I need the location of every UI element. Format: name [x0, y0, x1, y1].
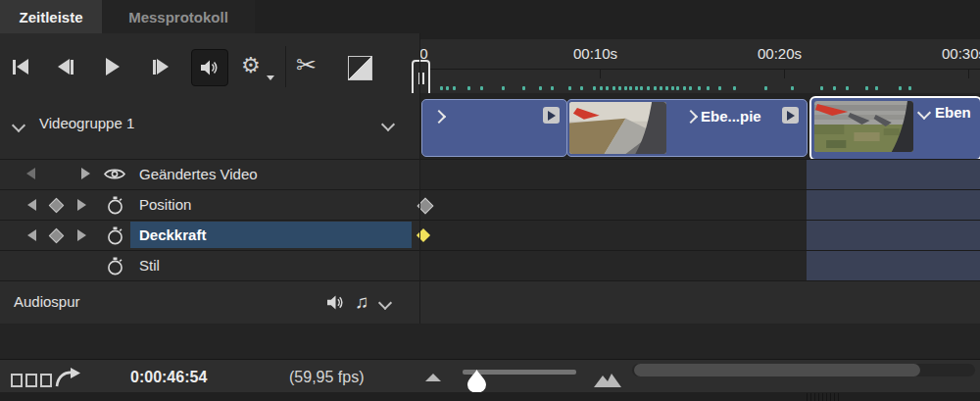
stopwatch-icon[interactable]: [107, 226, 123, 245]
edited-frame-tick: [635, 86, 638, 90]
music-note-icon[interactable]: ♫: [355, 292, 368, 311]
tab-zeitleiste-label: Zeitleiste: [19, 9, 82, 25]
go-to-first-frame-button[interactable]: [13, 59, 28, 75]
stopwatch-icon[interactable]: [107, 257, 123, 276]
split-at-playhead-button[interactable]: ✂: [296, 53, 317, 77]
edited-frame-tick: [568, 86, 571, 90]
current-timecode: 0:00:46:54: [130, 369, 207, 386]
timeline-panel: Zeitleiste Messprotokoll ⚙ ✂ 00 00:10s 0…: [0, 0, 980, 401]
toolbar-divider: [285, 46, 286, 87]
next-frame-button[interactable]: [153, 59, 169, 75]
next-keyframe-arrow[interactable]: [77, 199, 86, 211]
horizontal-scrollbar[interactable]: [632, 364, 975, 376]
clip2-label: Ebe...pie: [701, 108, 761, 125]
video-clip-2[interactable]: Ebe...pie: [566, 99, 808, 157]
edited-frame-tick: [640, 86, 643, 90]
next-keyframe-arrow[interactable]: [77, 229, 86, 241]
clip3-collapse-chevron-icon[interactable]: [917, 106, 931, 120]
prev-keyframe-arrow[interactable]: [27, 229, 36, 241]
timeline-settings-button[interactable]: ⚙: [241, 55, 261, 76]
edited-frame-tick: [875, 86, 878, 90]
panel-divider: [419, 33, 420, 324]
resize-grip[interactable]: [807, 393, 840, 401]
edited-frame-tick: [440, 86, 443, 90]
playhead-handle[interactable]: [412, 60, 430, 97]
edited-frame-tick: [480, 86, 483, 90]
track-label-position: Position: [139, 196, 191, 213]
audio-track-label: Audiospur: [14, 293, 80, 310]
edited-frame-tick: [689, 86, 692, 90]
clip2-expand-chevron-icon[interactable]: [684, 110, 698, 124]
edited-frame-tick: [629, 86, 632, 90]
go-to-first-frame-icon: [13, 60, 16, 75]
ruler-major-tick: [784, 69, 785, 78]
clip1-expand-chevron-icon[interactable]: [432, 110, 446, 124]
edited-frame-tick: [908, 86, 911, 90]
ruler-top-spacer: [419, 0, 980, 39]
play-button[interactable]: [106, 58, 120, 75]
edited-frame-tick: [446, 86, 449, 90]
previous-frame-icon: [71, 60, 74, 75]
row-divider: [0, 220, 980, 221]
ruler-label-10: 00:10s: [573, 45, 617, 62]
group-collapse-chevron-icon[interactable]: [12, 119, 25, 132]
track-label-stil: Stil: [139, 257, 160, 274]
edited-frame-tick: [453, 86, 456, 90]
edited-frame-tick: [899, 86, 902, 90]
convert-to-frame-animation-button[interactable]: [11, 374, 52, 387]
edited-frame-tick: [820, 86, 823, 90]
audio-speaker-icon[interactable]: [326, 294, 345, 311]
clip2-play-button[interactable]: [782, 107, 799, 124]
track-label-deckkraft[interactable]: Deckkraft: [139, 226, 206, 243]
ruler-major-tick: [600, 69, 601, 78]
edited-frame-tick: [593, 86, 596, 90]
frames-icon: [40, 374, 52, 387]
zoom-in-mountains-icon[interactable]: [594, 372, 621, 387]
next-frame-icon: [153, 60, 156, 75]
transition-button[interactable]: [348, 56, 372, 80]
prev-keyframe-arrow[interactable]: [26, 168, 35, 179]
edited-frame-tick: [618, 86, 621, 90]
frames-icon: [11, 374, 23, 387]
previous-frame-button[interactable]: [58, 59, 74, 75]
edited-frame-tick: [833, 86, 836, 90]
edited-frame-tick: [671, 86, 674, 90]
audio-menu-caret-icon[interactable]: [378, 296, 392, 310]
audio-track-row[interactable]: Audiospur ♫: [0, 281, 980, 324]
video-group-row[interactable]: Videogruppe 1: [0, 93, 419, 159]
row-divider: [0, 189, 980, 190]
stopwatch-icon[interactable]: [107, 196, 123, 215]
tab-messprotokoll[interactable]: Messprotokoll: [102, 0, 255, 33]
mute-audio-button[interactable]: [191, 49, 228, 86]
time-ruler[interactable]: 00 00:10s 00:20s 00:30s: [419, 39, 980, 93]
video-clip-1[interactable]: [421, 99, 567, 157]
play-icon: [106, 58, 120, 75]
edited-frame-tick: [600, 86, 603, 90]
edited-frame-tick: [551, 86, 554, 90]
edited-frame-tick: [522, 86, 525, 90]
tab-zeitleiste[interactable]: Zeitleiste: [0, 0, 102, 33]
group-menu-caret-icon[interactable]: [381, 118, 395, 131]
edited-frame-tick: [612, 86, 615, 90]
edited-frame-tick: [683, 86, 686, 90]
edited-frame-tick: [606, 86, 609, 90]
edited-frame-tick: [676, 86, 679, 90]
mute-audio-speaker-icon: [200, 59, 220, 76]
prev-keyframe-arrow[interactable]: [27, 199, 36, 211]
go-to-first-frame-icon: [17, 59, 28, 75]
zoom-out-mountain-icon[interactable]: [425, 374, 441, 381]
edited-frame-tick: [718, 86, 721, 90]
next-keyframe-arrow[interactable]: [81, 168, 90, 179]
row-divider: [0, 159, 980, 160]
timeline-zoom-slider-thumb[interactable]: [467, 370, 486, 393]
render-video-arrow-icon[interactable]: [54, 367, 81, 388]
clip1-play-button[interactable]: [543, 107, 560, 124]
visibility-eye-icon[interactable]: [104, 168, 125, 180]
clip2-thumbnail: [569, 102, 666, 154]
empty-track-area: [0, 324, 980, 359]
video-clip-3-selected[interactable]: Eben: [809, 96, 980, 161]
horizontal-scrollbar-thumb[interactable]: [634, 364, 920, 376]
edited-frame-tick: [707, 86, 710, 90]
ruler-label-20: 00:20s: [758, 45, 802, 62]
ruler-major-tick: [968, 69, 969, 78]
